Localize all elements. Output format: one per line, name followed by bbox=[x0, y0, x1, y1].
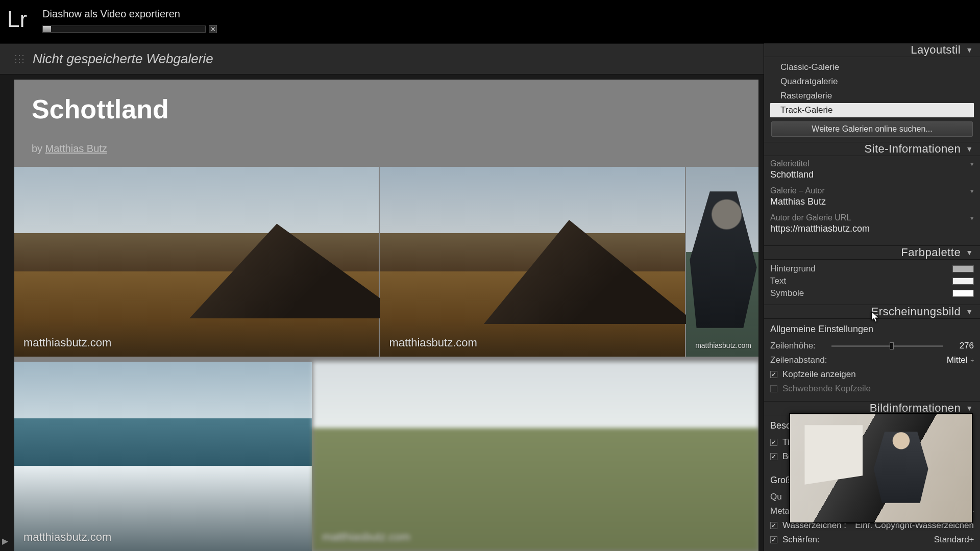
chevron-down-icon: ▼ bbox=[966, 248, 973, 257]
gallery-author[interactable]: by Matthias Butz bbox=[32, 143, 741, 155]
watermark-checkbox[interactable] bbox=[770, 522, 777, 529]
show-header-label: Kopfzeile anzeigen bbox=[782, 369, 856, 380]
canvas-title: Nicht gespeicherte Webgalerie bbox=[33, 51, 213, 67]
quality-label: Qu bbox=[770, 492, 782, 502]
sharpen-checkbox[interactable] bbox=[770, 536, 777, 543]
search-galleries-button[interactable]: Weitere Galerien online suchen... bbox=[771, 121, 973, 137]
gallery-title-input[interactable]: Schottland bbox=[770, 169, 974, 180]
chevron-down-icon: ▼ bbox=[966, 404, 973, 412]
color-background-label: Hintergrund bbox=[770, 264, 816, 274]
gallery-title-label: Galerietitel▾ bbox=[770, 159, 974, 168]
watermark: matthiasbutz.com bbox=[695, 341, 751, 349]
gallery-image[interactable]: matthiasbutz.com bbox=[14, 167, 379, 357]
row-height-label: Zeilenhöhe: bbox=[770, 341, 826, 351]
watermark: matthiasbutz.com bbox=[23, 336, 111, 349]
chevron-down-icon: ▼ bbox=[966, 145, 973, 153]
dropdown-icon[interactable]: ▾ bbox=[970, 187, 974, 195]
color-text-swatch[interactable] bbox=[952, 278, 974, 285]
chevron-down-icon: ▼ bbox=[966, 308, 973, 316]
sharpen-label: Schärfen: bbox=[782, 535, 820, 545]
webcam-overlay bbox=[789, 413, 973, 523]
row-height-value[interactable]: 276 bbox=[948, 341, 974, 351]
chevron-down-icon: ▼ bbox=[966, 46, 973, 54]
desc-checkbox[interactable] bbox=[770, 453, 777, 460]
gallery-author-input[interactable]: Matthias Butz bbox=[770, 196, 974, 207]
color-symbols-swatch[interactable] bbox=[952, 290, 974, 297]
layout-option-raster[interactable]: Rastergalerie bbox=[770, 89, 974, 103]
panel-header-siteinfo[interactable]: Site-Informationen▼ bbox=[764, 142, 980, 156]
gallery-image[interactable]: matthiasbutz.com bbox=[380, 167, 685, 357]
gallery-image[interactable]: matthiasbutz.com bbox=[686, 167, 758, 357]
expand-panel-icon[interactable]: ▶ bbox=[2, 536, 8, 546]
dropdown-icon[interactable]: ▾ bbox=[970, 214, 974, 222]
watermark: matthiasbutz.com bbox=[322, 531, 410, 544]
export-title: Diashow als Video exportieren bbox=[42, 8, 217, 20]
gallery-image[interactable]: matthiasbutz.com bbox=[14, 362, 312, 552]
export-progress: ✕ bbox=[42, 25, 217, 33]
grip-icon bbox=[14, 54, 24, 64]
watermark: matthiasbutz.com bbox=[389, 336, 477, 349]
dropdown-icon[interactable]: ÷ bbox=[969, 535, 974, 544]
gallery-url-label: Autor der Galerie URL▾ bbox=[770, 213, 974, 222]
title-checkbox[interactable] bbox=[770, 439, 777, 446]
panel-header-palette[interactable]: Farbpalette▼ bbox=[764, 246, 980, 260]
appearance-subtitle: Allgemeine Einstellungen bbox=[770, 322, 974, 339]
row-spacing-label: Zeilenabstand: bbox=[770, 355, 827, 365]
gallery-title: Schottland bbox=[32, 94, 741, 124]
color-text-label: Text bbox=[770, 276, 786, 286]
panel-header-appearance[interactable]: Erscheinungsbild▼ bbox=[764, 305, 980, 319]
layout-option-quadrat[interactable]: Quadratgalerie bbox=[770, 74, 974, 89]
layout-option-classic[interactable]: Classic-Galerie bbox=[770, 60, 974, 74]
panel-header-layoutstil[interactable]: Layoutstil▼ bbox=[764, 43, 980, 57]
row-spacing-select[interactable]: Mittel bbox=[947, 355, 968, 365]
app-logo: Lr bbox=[7, 5, 27, 31]
dropdown-icon[interactable]: ÷ bbox=[970, 357, 974, 364]
row-height-slider[interactable] bbox=[831, 345, 943, 347]
color-background-swatch[interactable] bbox=[952, 265, 974, 272]
gallery-url-input[interactable]: https://matthiasbutz.com bbox=[770, 223, 974, 234]
sharpen-select[interactable]: Standard bbox=[934, 535, 969, 544]
floating-header-label: Schwebende Kopfzeile bbox=[782, 384, 871, 394]
web-gallery-preview[interactable]: Schottland by Matthias Butz matthiasbutz… bbox=[14, 80, 758, 551]
gallery-author-label: Galerie – Autor▾ bbox=[770, 186, 974, 195]
color-symbols-label: Symbole bbox=[770, 288, 804, 298]
dropdown-icon[interactable]: ▾ bbox=[970, 160, 974, 168]
show-header-checkbox[interactable] bbox=[770, 371, 777, 378]
gallery-image[interactable]: matthiasbutz.com bbox=[313, 362, 758, 552]
floating-header-checkbox[interactable] bbox=[770, 385, 777, 392]
watermark: matthiasbutz.com bbox=[23, 531, 111, 544]
cancel-export-button[interactable]: ✕ bbox=[209, 25, 217, 33]
layout-option-track[interactable]: Track-Galerie bbox=[770, 103, 974, 117]
